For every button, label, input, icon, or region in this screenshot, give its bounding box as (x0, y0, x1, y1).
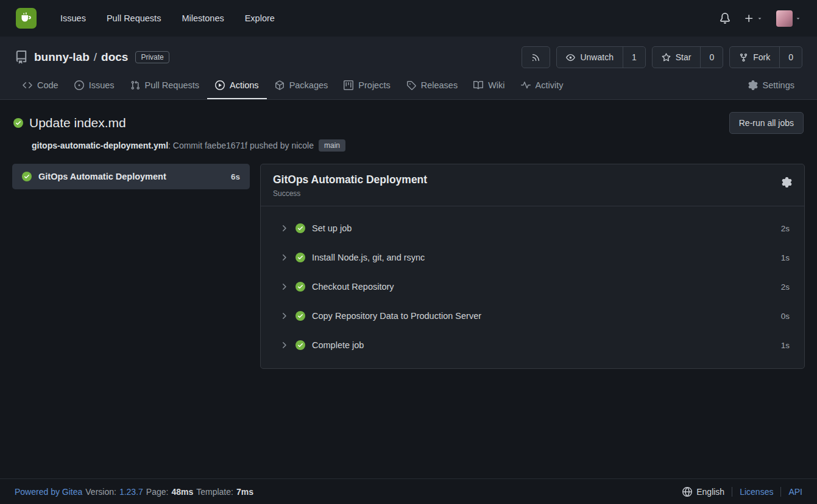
notifications-button[interactable] (720, 13, 730, 24)
tab-label: Settings (763, 80, 794, 90)
nav-item-milestones[interactable]: Milestones (171, 9, 234, 28)
user-menu-button[interactable] (776, 10, 801, 27)
step-success-check-icon (295, 253, 305, 262)
template-time-label: Template: (196, 487, 233, 497)
nav-item-pull-requests[interactable]: Pull Requests (96, 9, 171, 28)
chevron-right-icon[interactable] (279, 340, 289, 350)
run-body: GitOps Automatic Deployment 6s GitOps Au… (12, 164, 805, 369)
tab-actions[interactable]: Actions (207, 73, 267, 99)
tab-label: Code (37, 80, 58, 90)
gitea-cup-icon (19, 11, 34, 26)
language-label: English (696, 487, 724, 497)
powered-by-link[interactable]: Powered by Gitea (15, 487, 82, 497)
run-header: Update index.md Re-run all jobs (12, 112, 805, 134)
tab-label: Activity (536, 80, 564, 90)
chevron-right-icon[interactable] (279, 311, 289, 321)
bell-icon (720, 13, 730, 24)
repo-title: bunny-lab / docs (34, 51, 128, 64)
step-success-check-icon (295, 223, 305, 233)
tab-label: Projects (358, 80, 390, 90)
chevron-right-icon[interactable] (279, 253, 289, 262)
project-board-icon (344, 80, 353, 90)
star-count[interactable]: 0 (700, 47, 723, 68)
page-time-label: Page: (146, 487, 169, 497)
job-card-title: GitOps Automatic Deployment (273, 173, 427, 186)
nav-item-explore[interactable]: Explore (235, 9, 285, 28)
pulse-icon (521, 80, 531, 90)
tab-releases[interactable]: Releases (398, 73, 465, 99)
job-detail-card: GitOps Automatic Deployment Success Set … (260, 164, 805, 369)
play-circle-icon (215, 80, 225, 90)
watch-count[interactable]: 1 (623, 47, 645, 68)
step-row-checkout[interactable]: Checkout Repository 2s (261, 272, 804, 301)
step-name: Checkout Repository (312, 282, 394, 292)
tab-code[interactable]: Code (15, 73, 66, 99)
rss-button-group (522, 46, 550, 68)
template-time-value: 7ms (236, 487, 253, 497)
step-name: Copy Repository Data to Production Serve… (312, 311, 481, 321)
step-success-check-icon (295, 282, 305, 292)
actions-run-view: Update index.md Re-run all jobs gitops-a… (0, 100, 817, 478)
tab-pull-requests[interactable]: Pull Requests (122, 73, 207, 99)
unwatch-button[interactable]: Unwatch (557, 47, 622, 68)
tab-projects[interactable]: Projects (336, 73, 398, 99)
tab-packages[interactable]: Packages (267, 73, 336, 99)
tab-label: Pull Requests (145, 80, 199, 90)
settings-gear-icon (748, 80, 758, 90)
job-list-item[interactable]: GitOps Automatic Deployment 6s (12, 164, 250, 189)
fork-count[interactable]: 0 (779, 47, 802, 68)
rss-icon (531, 53, 540, 62)
tab-label: Actions (230, 80, 259, 90)
step-row-copy[interactable]: Copy Repository Data to Production Serve… (261, 301, 804, 331)
tab-label: Releases (421, 80, 458, 90)
chevron-right-icon[interactable] (279, 282, 289, 292)
step-duration: 2s (781, 224, 790, 233)
tab-issues[interactable]: Issues (66, 73, 122, 99)
book-icon (473, 80, 483, 90)
commit-info-text: : Commit faebe1671f pushed by nicole (168, 141, 314, 150)
top-navbar: Issues Pull Requests Milestones Explore (0, 0, 817, 37)
globe-icon (682, 487, 692, 497)
repo-owner-link[interactable]: bunny-lab (34, 51, 90, 64)
gear-icon (782, 177, 792, 187)
create-new-button[interactable] (744, 13, 763, 24)
nav-item-issues[interactable]: Issues (50, 9, 96, 28)
run-subtitle: gitops-automatic-deployment.yml: Commit … (32, 139, 805, 152)
rss-button[interactable] (522, 47, 550, 68)
version-label: Version: (85, 487, 116, 497)
tab-label: Packages (289, 80, 328, 90)
unwatch-label: Unwatch (580, 52, 613, 62)
api-link[interactable]: API (788, 487, 802, 497)
fork-button[interactable]: Fork (730, 47, 779, 68)
job-success-check-icon (22, 172, 32, 181)
chevron-right-icon[interactable] (279, 223, 289, 233)
step-row-complete[interactable]: Complete job 1s (261, 331, 804, 360)
gitea-logo[interactable] (16, 8, 37, 29)
step-duration: 2s (781, 282, 790, 292)
footer: Powered by Gitea Version: 1.23.7 Page: 4… (0, 478, 817, 504)
private-badge: Private (135, 51, 169, 63)
workflow-file-name: gitops-automatic-deployment.yml (32, 141, 168, 150)
licenses-link[interactable]: Licenses (740, 487, 773, 497)
eye-icon (566, 53, 575, 62)
tab-wiki[interactable]: Wiki (465, 73, 512, 99)
repo-header: bunny-lab / docs Private Unwatch 1 (0, 37, 817, 100)
step-row-install[interactable]: Install Node.js, git, and rsync 1s (261, 243, 804, 272)
tab-settings[interactable]: Settings (740, 73, 802, 99)
step-success-check-icon (295, 340, 305, 350)
language-selector[interactable]: English (682, 487, 724, 497)
branch-badge[interactable]: main (319, 139, 345, 152)
step-duration: 0s (781, 312, 790, 321)
tab-activity[interactable]: Activity (513, 73, 571, 99)
version-link[interactable]: 1.23.7 (119, 487, 143, 497)
job-status-text: Success (273, 189, 427, 198)
star-button[interactable]: Star (653, 47, 701, 68)
fork-icon (739, 53, 748, 62)
issue-opened-icon (74, 80, 84, 90)
step-row-setup[interactable]: Set up job 2s (261, 214, 804, 243)
repo-action-buttons: Unwatch 1 Star 0 Fork 0 (522, 46, 802, 68)
job-options-button[interactable] (782, 177, 792, 187)
repo-name-link[interactable]: docs (101, 51, 128, 64)
run-title: Update index.md (29, 116, 126, 130)
rerun-all-jobs-button[interactable]: Re-run all jobs (729, 112, 804, 134)
